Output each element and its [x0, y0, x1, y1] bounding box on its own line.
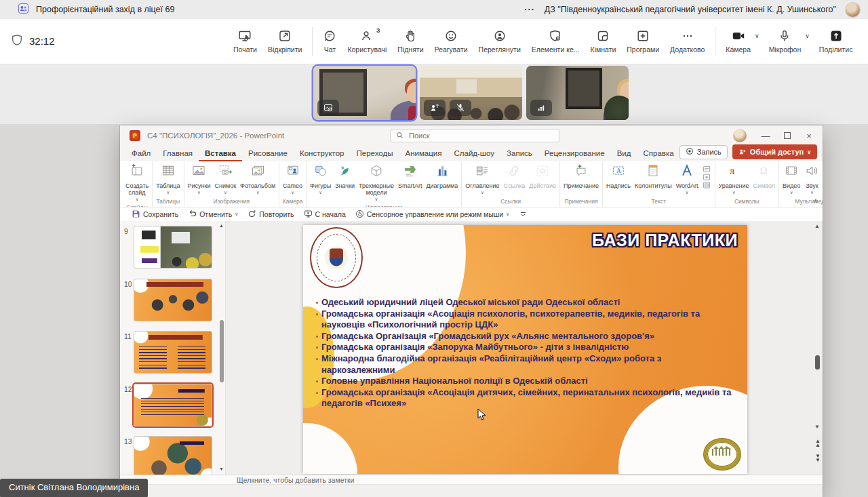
- tab-Анимация[interactable]: Анимация: [399, 146, 448, 161]
- ribbon-icons-button[interactable]: Значки: [333, 163, 357, 190]
- tab-Рецензирование[interactable]: Рецензирование: [538, 146, 611, 161]
- tab-Рисование[interactable]: Рисование: [242, 146, 294, 161]
- mouse-cursor: [477, 408, 487, 422]
- ribbon-header-footer-button[interactable]: Колонтитулы: [633, 163, 674, 190]
- slide-thumbnail-10[interactable]: [134, 279, 212, 321]
- user-avatar[interactable]: [846, 3, 860, 17]
- teams-chat-button[interactable]: Чат: [317, 29, 342, 54]
- ribbon-wordart-button[interactable]: WordArt∨: [674, 163, 701, 196]
- ribbon-chart-button[interactable]: Диаграмма: [424, 163, 460, 190]
- participant-video[interactable]: [526, 66, 629, 120]
- ribbon-screen-record-button[interactable]: Запись экрана: [821, 163, 823, 197]
- notes-pane[interactable]: Щелкните, чтобы добавить заметки: [120, 475, 823, 484]
- ribbon-insert-objects-stack-button[interactable]: [701, 163, 713, 195]
- quickaccess-toolbar-overflow-button[interactable]: [514, 210, 532, 220]
- ribbon-video-button[interactable]: Видео∨: [781, 163, 802, 196]
- insert-objects-stack-icon: [703, 163, 711, 195]
- teams-topbar: Профорієнтаційний захід в ліцеї 69 ··· Д…: [0, 0, 868, 19]
- teams-hand-button[interactable]: Підняти: [392, 29, 429, 54]
- thumbs-scroll-up-button[interactable]: ▲: [219, 223, 224, 228]
- teams-unpin-button[interactable]: Відкріпити: [262, 29, 307, 54]
- camera-icon: [732, 29, 745, 43]
- slide-bullet: Головне управління Національної поліції …: [315, 376, 734, 387]
- tab-Вставка[interactable]: Вставка: [199, 146, 242, 161]
- record-button[interactable]: Запись: [679, 145, 728, 159]
- thumbs-scroll-down-button[interactable]: ▼: [219, 466, 224, 471]
- react-icon: [444, 29, 458, 43]
- chevron-down-icon: ∨: [790, 190, 793, 195]
- minimize-button[interactable]: —: [755, 131, 776, 141]
- tab-Справка[interactable]: Справка: [637, 146, 679, 161]
- quickaccess-touch-mode-button[interactable]: Сенсорное управление или режим мыши∨: [351, 210, 515, 220]
- current-slide[interactable]: БАЗИ ПРАКТИКИ Одеський юридичний ліцей О…: [303, 225, 747, 474]
- timer-value: 32:12: [29, 35, 55, 47]
- quickaccess-save-button[interactable]: Сохранить: [127, 210, 183, 220]
- tab-Запись[interactable]: Запись: [500, 146, 538, 161]
- ribbon-screenshot-button[interactable]: Снимок∨: [212, 163, 238, 196]
- previous-slide-button[interactable]: ▲▲: [815, 439, 821, 448]
- slide-editing-canvas[interactable]: БАЗИ ПРАКТИКИ Одеський юридичний ліцей О…: [226, 221, 823, 475]
- slide-bullet: Одеський юридичний ліцей Одеської місько…: [315, 297, 734, 309]
- teams-react-button[interactable]: Реагувати: [429, 29, 473, 54]
- ribbon-pictures-button[interactable]: Рисунки∨: [186, 163, 213, 196]
- ribbon-table-button[interactable]: Таблица∨: [154, 163, 182, 196]
- ribbon-text-box-button[interactable]: AНадпись: [604, 163, 633, 190]
- topbar-more-button[interactable]: ···: [524, 5, 535, 14]
- ribbon-photo-album-button[interactable]: Фотоальбом∨: [238, 163, 277, 196]
- search-input[interactable]: [408, 131, 553, 140]
- teams-share-button[interactable]: Поділитис: [814, 29, 859, 54]
- tab-Вид[interactable]: Вид: [611, 146, 637, 161]
- slide-thumbnail-11[interactable]: [134, 331, 212, 374]
- tab-Переходы[interactable]: Переходы: [351, 146, 399, 161]
- classroom-video[interactable]: ?: [420, 66, 522, 120]
- search-box[interactable]: [390, 129, 559, 142]
- slide-thumbnail-12[interactable]: [134, 384, 212, 426]
- tab-Файл[interactable]: Файл: [125, 146, 157, 161]
- quickaccess-undo-button[interactable]: Отменить∨: [183, 210, 243, 220]
- share-document-button[interactable]: Общий доступ ∨: [732, 144, 817, 159]
- tab-Слайд-шоу[interactable]: Слайд-шоу: [448, 146, 500, 161]
- toc-icon: [475, 163, 490, 181]
- person-question-icon: ?: [424, 100, 446, 116]
- tab-Конструктор[interactable]: Конструктор: [294, 146, 351, 161]
- canvas-scrollbar[interactable]: [815, 355, 820, 370]
- canvas-scroll-up-button[interactable]: ▲: [814, 223, 820, 229]
- quickaccess-label: Повторить: [259, 210, 294, 218]
- quickaccess-from-start-button[interactable]: С начала: [299, 210, 351, 220]
- collapse-ribbon-button[interactable]: ∧: [813, 197, 818, 204]
- teams-shield-gear-button[interactable]: Елементи ке...: [526, 29, 585, 54]
- ribbon-shapes-button[interactable]: Фигуры∨: [308, 163, 333, 196]
- thumbs-scrollbar[interactable]: [220, 320, 224, 382]
- canvas-scroll-down-button[interactable]: ▼: [814, 424, 820, 430]
- ribbon-equation-button[interactable]: πУравнение∨: [717, 163, 751, 196]
- speaker-video[interactable]: [313, 66, 416, 120]
- next-slide-button[interactable]: ▼▼: [815, 454, 821, 462]
- slide-thumbnail-9[interactable]: [134, 226, 212, 269]
- button-label: Користувачі: [347, 45, 387, 54]
- ribbon-comment-button[interactable]: Примечание: [561, 163, 601, 190]
- close-button[interactable]: ×: [798, 131, 820, 141]
- teams-rooms-button[interactable]: Кімнати: [585, 29, 622, 54]
- teams-mic-button[interactable]: Мікрофон: [764, 29, 807, 54]
- ribbon-cameo-button[interactable]: Cameo∨: [281, 163, 304, 196]
- meeting-title: Профорієнтаційний захід в ліцеї 69: [36, 5, 174, 14]
- present-icon: [238, 29, 252, 43]
- quickaccess-redo-button[interactable]: Повторить: [243, 210, 298, 220]
- teams-people-button[interactable]: 3Користувачі: [342, 29, 392, 54]
- teams-apps-button[interactable]: Програми: [621, 29, 665, 54]
- teams-camera-button[interactable]: Камера: [720, 29, 756, 54]
- ribbon-new-slide-button[interactable]: Создать слайд∨: [123, 163, 151, 203]
- office-account-avatar[interactable]: [733, 129, 747, 142]
- chevron-down-icon[interactable]: ∨: [805, 33, 810, 39]
- slide-thumbnail-13[interactable]: [134, 436, 212, 475]
- teams-view-button[interactable]: Переглянути: [473, 29, 526, 54]
- teams-more-button[interactable]: Додатково: [665, 29, 710, 54]
- tab-Главная[interactable]: Главная: [157, 146, 199, 161]
- teams-present-button[interactable]: Почати: [228, 29, 262, 54]
- ribbon-smartart-button[interactable]: SmartArt: [396, 163, 425, 190]
- ribbon-toc-button[interactable]: Оглавление∨: [463, 163, 501, 196]
- ribbon-audio-button[interactable]: Звук∨: [802, 163, 821, 196]
- restore-button[interactable]: [776, 131, 798, 141]
- chevron-down-icon[interactable]: ∨: [755, 33, 760, 39]
- ribbon-3d-models-button[interactable]: Трехмерные модели∨: [357, 163, 396, 203]
